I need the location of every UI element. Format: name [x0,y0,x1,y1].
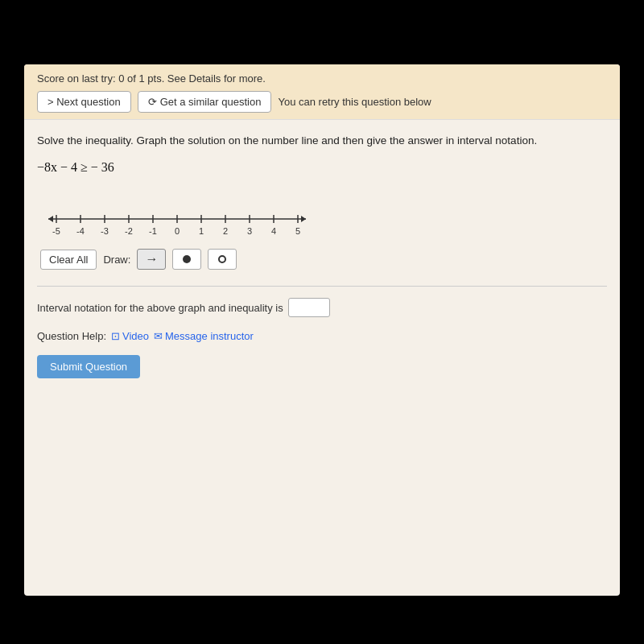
video-label: Video [122,330,149,342]
svg-text:3: 3 [247,226,252,236]
arrow-right-icon: → [145,252,158,266]
similar-question-button[interactable]: ⟳ Get a similar question [138,91,272,113]
number-line-container: -5 -4 -3 -2 -1 0 1 [37,191,607,239]
interval-label-text: Interval notation for the above graph an… [37,302,283,314]
question-help: Question Help: ⊡ Video ✉ Message instruc… [37,330,607,342]
draw-label: Draw: [103,254,130,266]
svg-text:-2: -2 [125,226,133,236]
svg-text:4: 4 [271,226,276,236]
score-text: Score on last try: 0 of 1 pts. See Detai… [37,72,607,85]
question-instruction: Solve the inequality. Graph the solution… [37,133,607,149]
open-circle-icon [218,255,226,263]
divider [37,286,607,287]
similar-question-label: Get a similar question [160,96,262,108]
svg-text:1: 1 [199,226,204,236]
filled-circle-tool-button[interactable] [172,249,201,270]
score-label: Score on last try: 0 of 1 pts. See Detai… [37,72,266,85]
video-link[interactable]: ⊡ Video [111,330,149,342]
svg-text:2: 2 [223,226,228,236]
message-instructor-link[interactable]: ✉ Message instructor [154,330,254,342]
main-content: Solve the inequality. Graph the solution… [24,120,620,391]
button-row: > Next question ⟳ Get a similar question… [37,91,607,113]
draw-controls: Clear All Draw: → [37,249,607,270]
envelope-icon: ✉ [154,330,163,342]
submit-question-button[interactable]: Submit Question [37,355,140,378]
svg-text:0: 0 [175,226,180,236]
score-bar: Score on last try: 0 of 1 pts. See Detai… [24,64,620,120]
clear-all-button[interactable]: Clear All [40,250,97,270]
next-question-button[interactable]: > Next question [37,91,131,113]
filled-circle-icon [183,255,191,263]
question-help-label: Question Help: [37,330,106,342]
arrow-tool-button[interactable]: → [137,249,166,270]
inequality-expression: −8x − 4 ≥ − 36 [37,160,607,175]
svg-text:-3: -3 [101,226,109,236]
message-instructor-label: Message instructor [165,330,254,342]
svg-text:5: 5 [295,226,300,236]
svg-text:-4: -4 [76,226,85,236]
video-icon: ⊡ [111,330,120,342]
number-line-svg[interactable]: -5 -4 -3 -2 -1 0 1 [40,199,314,239]
interval-notation-input[interactable] [288,298,330,317]
open-circle-tool-button[interactable] [208,249,237,270]
svg-marker-2 [48,216,53,222]
refresh-icon: ⟳ [148,96,157,108]
interval-section: Interval notation for the above graph an… [37,298,607,317]
svg-marker-1 [301,216,306,222]
svg-text:-1: -1 [149,226,157,236]
retry-text: You can retry this question below [278,96,431,108]
svg-text:-5: -5 [52,226,60,236]
interval-label: Interval notation for the above graph an… [37,298,607,317]
